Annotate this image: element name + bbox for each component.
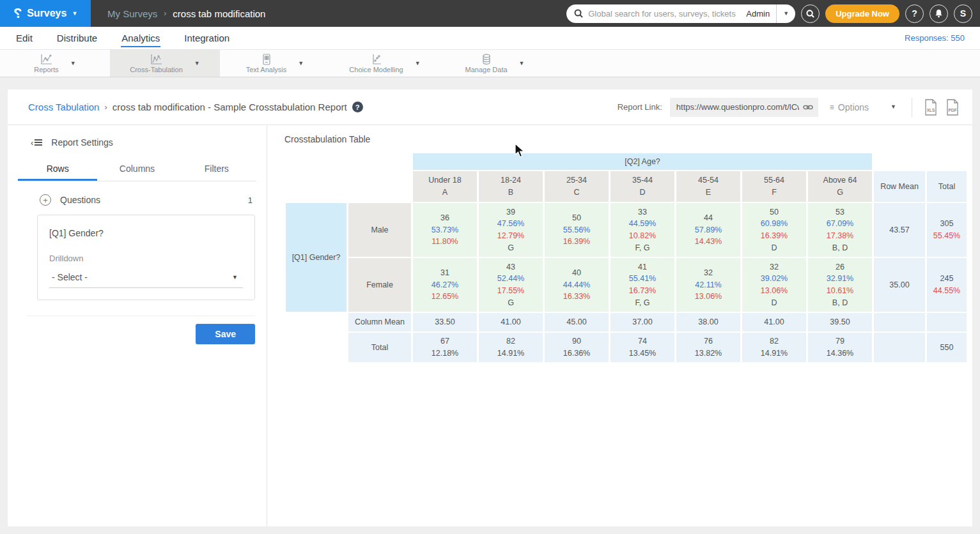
nav-item-integration[interactable]: Integration [183,29,230,47]
crosstab-cell[interactable]: 44 57.89% 14.43% [676,203,740,257]
tab-columns[interactable]: Columns [97,158,176,181]
breadcrumb-my-surveys[interactable]: My Surveys [107,8,157,19]
gender-label-female: Female [348,258,411,312]
report-link-url[interactable]: https://www.questionpro.com/t/lCw3Zc [676,102,799,112]
add-question-button[interactable]: + [40,194,51,206]
product-logo[interactable]: ? Surveys ▼ [0,0,91,27]
options-button[interactable]: ≡ Options ▼ [826,102,900,112]
total-count: 90 [545,335,609,347]
drilldown-select[interactable]: - Select - ▼ [49,268,243,288]
age-label: 25-34 [545,174,609,187]
report-link-field[interactable]: https://www.questionpro.com/t/lCw3Zc [670,98,818,117]
search-icon [574,9,583,18]
crosstab-cell[interactable]: 41 55.41% 16.73% F, G [611,258,674,312]
nav-item-distribute[interactable]: Distribute [56,29,98,47]
total-percent: 55.45% [927,230,967,242]
question-title: [Q1] Gender? [49,228,243,238]
question-card: [Q1] Gender? Drilldown - Select - ▼ [37,215,255,300]
link-icon[interactable] [803,103,813,111]
crosstab-cell[interactable]: 43 52.44% 17.55% G [479,258,543,312]
chevron-down-icon[interactable]: ▼ [415,60,421,66]
crosstab-cell[interactable]: 50 55.56% 16.39% [545,203,609,257]
survey-nav: Edit Distribute Analytics Integration Re… [0,27,980,49]
report-help-icon[interactable]: ? [352,102,363,112]
crosstab-cell[interactable]: 31 46.27% 12.65% [413,258,477,312]
crosstab-cell[interactable]: 32 42.11% 13.06% [676,258,740,312]
cell-count: 40 [545,267,609,279]
user-avatar[interactable]: S [954,4,972,23]
toolbar-label: Cross-Tabulation [130,66,183,73]
analytics-toolbar: Reports ▼ Cross-Tabulation ▼ Text Analys… [0,49,980,77]
scatter-chart-icon [371,54,382,65]
total-count: 67 [413,335,477,347]
toolbar-item-manage-data[interactable]: Manage Data ▼ [440,50,550,77]
total-percent: 16.36% [545,347,609,360]
search-button[interactable] [801,4,820,23]
save-button[interactable]: Save [196,324,255,344]
tab-rows[interactable]: Rows [18,158,97,181]
empty-cell [927,313,967,332]
chevron-down-icon[interactable]: ▼ [194,60,200,66]
crosstab-section-title: Crosstabulation Table [284,134,972,144]
chevron-down-icon[interactable]: ▼ [298,60,304,66]
crosstab-cell[interactable]: 40 44.44% 16.33% [545,258,609,312]
export-xls-button[interactable]: XLS [924,99,938,116]
toolbar-item-cross-tabulation[interactable]: Cross-Tabulation ▼ [110,50,220,77]
table-row-total: Total 67 12.18% 82 14.91% 90 [286,333,967,362]
crosstab-cell[interactable]: 26 32.91% 10.61% B, D [808,258,872,312]
age-column-header: 18-24 B [479,171,543,202]
chevron-down-icon: ▼ [72,11,77,17]
collapse-panel-icon[interactable]: ‹ [31,138,42,148]
cell-row-percent: 12.79% [479,230,543,242]
empty-cell [874,333,925,362]
upgrade-now-button[interactable]: Upgrade Now [825,4,899,23]
toolbar-item-choice-modelling[interactable]: Choice Modelling ▼ [330,50,440,77]
chevron-down-icon[interactable]: ▼ [519,60,525,66]
topbar-breadcrumb: My Surveys › cross tab modification [107,8,265,19]
cell-count: 32 [742,261,806,273]
total-percent: 14.91% [479,347,543,360]
report-title: cross tab modification - Sample Crosstab… [113,102,347,112]
notifications-button[interactable] [929,4,948,23]
chevron-down-icon[interactable]: ▼ [70,60,76,66]
age-letter: D [611,187,674,199]
crosstab-cell[interactable]: 36 53.73% 11.80% [413,203,477,257]
toolbar-label: Text Analysis [246,66,287,73]
cross-tabulation-link[interactable]: Cross Tabulation [28,102,99,112]
nav-item-edit[interactable]: Edit [15,29,33,47]
report-settings-header: ‹ Report Settings [8,126,267,148]
line-chart-icon [150,54,163,65]
cell-row-percent: 16.39% [742,230,806,242]
question-mark-icon: ? [355,103,360,111]
crosstab-cell[interactable]: 53 67.09% 17.38% B, D [808,203,872,257]
crosstab-cell[interactable]: 33 44.59% 10.82% F, G [611,203,674,257]
line-chart-icon [40,54,53,65]
nav-item-analytics[interactable]: Analytics [121,29,160,47]
total-percent: 13.45% [611,347,674,360]
export-pdf-button[interactable]: PDF [945,99,960,116]
toolbar-item-reports[interactable]: Reports ▼ [0,50,110,77]
column-total-cell: 82 14.91% [479,333,543,362]
settings-tabs: Rows Columns Filters [18,158,256,181]
crosstab-cell[interactable]: 39 47.56% 12.79% G [479,203,543,257]
cell-row-percent: 11.80% [413,236,477,248]
breadcrumb-separator: › [104,102,107,112]
search-scope-dropdown[interactable]: ▼ [776,4,795,23]
crosstab-cell[interactable]: 50 60.98% 16.39% D [742,203,806,257]
cell-column-percent: 57.89% [676,224,740,236]
cell-column-percent: 47.56% [479,218,543,230]
age-label: Under 18 [413,174,477,187]
crosstab-cell[interactable]: 32 39.02% 13.06% D [742,258,806,312]
tab-filters[interactable]: Filters [177,158,256,181]
cell-row-percent: 14.43% [676,236,740,248]
total-header: Total [927,171,967,202]
document-grid-icon [261,54,272,65]
cell-column-percent: 53.73% [413,224,477,236]
cell-column-percent: 42.11% [676,279,740,291]
toolbar-item-text-analysis[interactable]: Text Analysis ▼ [220,50,330,77]
search-input[interactable] [588,9,740,19]
crosstab-panel: Crosstabulation Table [Q2] Age? Under 1 [268,126,972,526]
questions-label: Questions [60,195,100,205]
options-label: Options [838,102,869,112]
help-button[interactable]: ? [905,4,924,23]
